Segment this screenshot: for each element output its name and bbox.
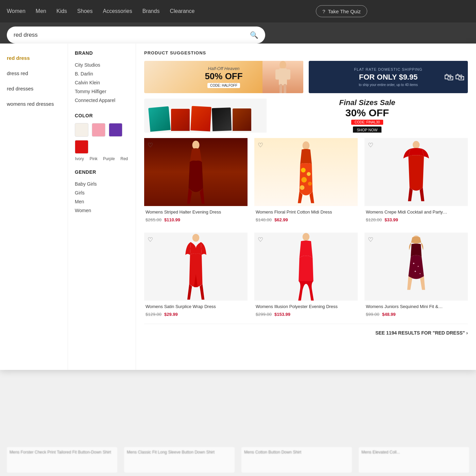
banner-row-top: Half-Off Heaven 50% OFF CODE: HALFOFF [144,61,468,93]
brand-city-studios[interactable]: City Studios [75,61,129,69]
wishlist-button-p3[interactable]: ♡ [368,141,373,149]
dress-image-halter [144,138,248,206]
sale-price-p3: $33.99 [385,217,398,222]
product-card-p3[interactable]: ♡ [364,138,468,226]
bottom-item-3: Mens Elevated Coll... [359,447,469,473]
brand-filter-title: BRAND [75,50,129,56]
product-name-p6: Womens Juniors Sequined Mini Fit &… [366,304,466,310]
half-off-text: Half-Off Heaven 50% OFF CODE: HALFOFF [205,66,242,88]
original-price-p4: $129.00 [146,312,162,317]
gender-filter: GENDER Baby Girls Girls Men Women [75,169,129,215]
quiz-label: Take The Quiz [328,8,361,14]
shoe-5 [233,108,251,131]
gender-men[interactable]: Men [75,197,129,206]
bottom-item-2: Mens Cotton Button Down Shirt [241,447,352,473]
suggestion-red-dresses[interactable]: red dresses [0,81,68,96]
svg-point-9 [307,172,310,176]
original-price-p1: $265.00 [146,217,162,222]
price-row-p6: $99.00 $48.99 [366,312,466,317]
product-card-p6[interactable]: ♡ ✦ [364,233,468,320]
products-column: PRODUCT SUGGESTIONS Half-Off Heaven 50% … [136,44,476,370]
original-price-p6: $99.00 [366,312,379,317]
color-filter: COLOR Ivory Pink Purple Red [75,113,129,161]
dress-image-crepe [364,138,468,206]
wishlist-button-p5[interactable]: ♡ [258,236,263,243]
svg-point-0 [279,61,286,69]
brand-b-darlin[interactable]: B. Darlin [75,69,129,78]
product-card-p2[interactable]: ♡ [254,138,358,226]
search-input[interactable] [14,32,247,38]
wishlist-button-p2[interactable]: ♡ [258,141,263,149]
color-swatch-red[interactable] [75,140,88,154]
color-swatches [75,123,129,154]
sale-price-p6: $48.99 [382,312,396,317]
nav-item-accessories[interactable]: Accessories [103,8,132,14]
shipping-text: FLAT RATE DOMESTIC SHIPPING FOR ONLY $9.… [351,64,426,90]
product-card-p4[interactable]: ♡ [144,233,248,320]
nav-item-brands[interactable]: Brands [142,8,160,14]
product-name-p2: Womens Floral Print Cotton Midi Dress [256,209,356,215]
brand-calvin-klein[interactable]: Calvin Klein [75,78,129,87]
svg-point-10 [301,177,307,183]
products-section-title: PRODUCT SUGGESTIONS [144,50,468,55]
shop-now-button[interactable]: SHOP NOW [353,126,382,133]
color-label-ivory: Ivory [75,156,84,161]
brand-connected-apparel[interactable]: Connected Apparel [75,96,129,105]
product-image-p6: ✦ ✦ ✦ ✦ [364,233,468,301]
suggestion-red-dress[interactable]: red dress [0,50,68,66]
shipping-flat-label: FLAT RATE DOMESTIC SHIPPING [354,67,422,71]
product-card-p1[interactable]: ♡ Womens Striped Halter Evening Dress [144,138,248,226]
product-image-p5 [254,233,358,301]
product-card-p5[interactable]: ♡ Womens Illusion Polyester Evening Dres [254,233,358,320]
search-icon[interactable]: 🔍 [250,31,258,39]
color-swatch-ivory[interactable] [75,123,88,137]
sale-price-p4: $29.99 [164,312,178,317]
svg-point-14 [192,234,200,242]
svg-point-6 [192,141,200,150]
nav-item-men[interactable]: Men [36,8,46,14]
half-off-banner[interactable]: Half-Off Heaven 50% OFF CODE: HALFOFF [144,61,303,93]
see-all-results-row[interactable]: SEE 1194 RESULTS FOR "RED DRESS" › [144,324,468,342]
color-filter-title: COLOR [75,113,129,118]
take-quiz-button[interactable]: ? Take The Quiz [316,5,367,17]
brand-tommy-hilfiger[interactable]: Tommy Hilfiger [75,87,129,96]
bag-icon-2: 🛍 [455,71,464,83]
color-label-purple: Purple [103,156,115,161]
shoe-4 [212,107,232,131]
product-info-p1: Womens Striped Halter Evening Dress $265… [144,206,248,226]
color-label-red: Red [120,156,129,161]
product-info-p3: Womens Crepe Midi Cocktail and Party… $1… [364,206,468,226]
shipping-banner[interactable]: FLAT RATE DOMESTIC SHIPPING FOR ONLY $9.… [309,61,468,93]
sale-price-p5: $153.99 [274,312,290,317]
product-name-p5: Womens Illusion Polyester Evening Dress [256,304,356,310]
svg-rect-4 [279,84,282,93]
suggestion-womens-red-dresses[interactable]: womens red dresses [0,96,68,112]
svg-rect-5 [284,84,286,93]
product-name-p4: Womens Satin Surplice Wrap Dress [146,304,246,310]
color-swatch-purple[interactable] [109,123,122,137]
nav-item-shoes[interactable]: Shoes [77,8,92,14]
svg-rect-2 [275,69,279,80]
shoe-images [148,105,253,133]
color-swatch-pink[interactable] [92,123,105,137]
nav-item-clearance[interactable]: Clearance [170,8,194,14]
nav-item-women[interactable]: Women [7,8,26,14]
suggestion-dress-red[interactable]: dress red [0,66,68,81]
gender-women[interactable]: Women [75,206,129,215]
wishlist-button-p1[interactable]: ♡ [148,141,153,149]
half-off-code: CODE: HALFOFF [207,83,240,88]
shipping-for-only: FOR ONLY $9.95 [354,73,422,82]
see-all-label: SEE 1194 RESULTS FOR "RED DRESS" › [375,330,468,336]
wishlist-button-p4[interactable]: ♡ [148,236,153,243]
nav-item-kids[interactable]: Kids [56,8,67,14]
price-row-p4: $129.00 $29.99 [146,312,246,317]
product-image-p4 [144,233,248,301]
product-info-p5: Womens Illusion Polyester Evening Dress … [254,301,358,320]
final-sizes-banner[interactable]: Final Sizes Sale 30% OFF CODE: FINAL30 S… [144,99,468,133]
product-info-p4: Womens Satin Surplice Wrap Dress $129.00… [144,301,248,320]
sale-price-p1: $110.99 [164,217,180,222]
gender-girls[interactable]: Girls [75,188,129,197]
gender-baby-girls[interactable]: Baby Girls [75,180,129,188]
filters-column: BRAND City Studios B. Darlin Calvin Klei… [68,44,136,370]
wishlist-button-p6[interactable]: ♡ [368,236,373,243]
